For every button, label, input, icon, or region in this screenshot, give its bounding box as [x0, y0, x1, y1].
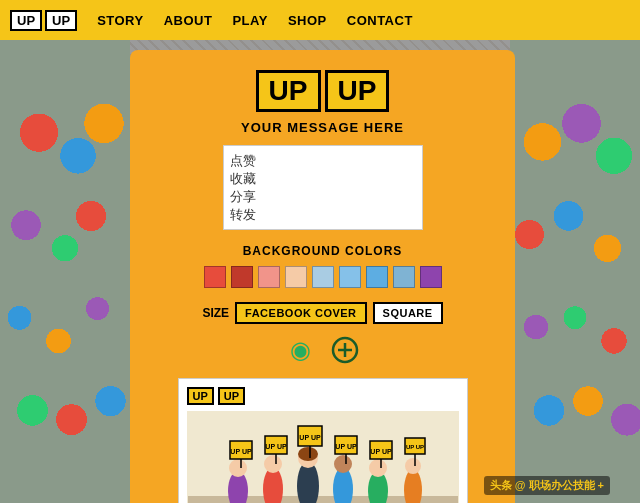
nav-contact[interactable]: CONTACT [347, 13, 413, 28]
svg-point-10 [264, 455, 282, 473]
svg-point-26 [369, 459, 387, 477]
navbar: UP UP STORY ABOUT PLAY SHOP CONTACT [0, 0, 640, 40]
size-facebook-cover-button[interactable]: FACEBOOK COVER [235, 302, 367, 324]
nav-logo-part2: UP [45, 10, 77, 31]
svg-point-5 [229, 459, 247, 477]
nav-logo-part1: UP [10, 10, 42, 31]
svg-point-31 [405, 458, 421, 474]
nav-about[interactable]: ABOUT [164, 13, 213, 28]
nav-play[interactable]: PLAY [232, 13, 267, 28]
color-swatches [204, 266, 442, 288]
watermark: 头条 @ 职场办公技能 + [484, 476, 610, 495]
svg-text:UP UP: UP UP [230, 448, 252, 455]
card-subtitle: YOUR MESSAGE HERE [241, 120, 404, 135]
swatch-blue[interactable] [366, 266, 388, 288]
nav-story[interactable]: STORY [97, 13, 144, 28]
crowd-svg: UP UP UP UP UP UP UP [188, 416, 458, 503]
swatch-light-red[interactable] [258, 266, 280, 288]
action-icons: ◉ [285, 334, 361, 366]
swatch-dark-red[interactable] [231, 266, 253, 288]
card-logo-part1: UP [256, 70, 321, 112]
size-row: SIZE FACEBOOK COVER SQUARE [202, 302, 442, 324]
refresh-icon[interactable]: ◉ [285, 334, 317, 366]
size-label: SIZE [202, 306, 229, 320]
preview-header: UP UP [187, 387, 459, 405]
svg-text:UP UP: UP UP [335, 443, 357, 450]
svg-point-21 [334, 455, 352, 473]
preview-image: UP UP UP UP UP UP UP [187, 411, 459, 503]
left-crowd [0, 40, 130, 503]
swatch-sky-blue[interactable] [339, 266, 361, 288]
nav-shop[interactable]: SHOP [288, 13, 327, 28]
svg-text:UP UP: UP UP [370, 448, 392, 455]
add-icon[interactable] [329, 334, 361, 366]
swatch-peach[interactable] [285, 266, 307, 288]
preview-logo-part1: UP [187, 387, 214, 405]
preview-logo-part2: UP [218, 387, 245, 405]
svg-text:UP UP: UP UP [265, 443, 287, 450]
preview-box: UP UP UP UP UP UP [178, 378, 468, 503]
svg-text:UP UP: UP UP [299, 434, 321, 441]
card-logo: UP UP [256, 70, 390, 112]
right-crowd [510, 40, 640, 503]
svg-point-16 [298, 447, 318, 461]
card-logo-part2: UP [325, 70, 390, 112]
nav-links: STORY ABOUT PLAY SHOP CONTACT [97, 13, 413, 28]
svg-text:UP UP: UP UP [405, 444, 423, 450]
bg-colors-label: BACKGROUND COLORS [243, 244, 403, 258]
swatch-light-blue[interactable] [312, 266, 334, 288]
main-card: UP UP YOUR MESSAGE HERE 点赞 收藏 分享 转发 BACK… [130, 50, 515, 503]
add-circle-icon [331, 336, 359, 364]
size-square-button[interactable]: SQUARE [373, 302, 443, 324]
nav-logo: UP UP [10, 10, 77, 31]
swatch-purple[interactable] [420, 266, 442, 288]
svg-point-30 [404, 469, 422, 503]
message-input[interactable]: 点赞 收藏 分享 转发 [223, 145, 423, 230]
swatch-mid-blue[interactable] [393, 266, 415, 288]
swatch-red[interactable] [204, 266, 226, 288]
